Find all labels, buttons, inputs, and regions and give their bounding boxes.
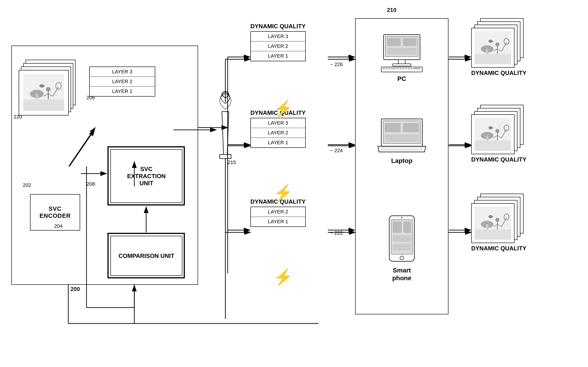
dq226-layer2: LAYER 2 [251, 42, 305, 51]
label-200: 200 [71, 286, 80, 292]
dq-block-226: DYNAMIC QUALITY LAYER 3 LAYER 2 LAYER 1 [250, 23, 306, 61]
svg-rect-66 [393, 221, 402, 233]
svg-rect-54 [403, 38, 417, 46]
svg-rect-67 [403, 221, 411, 233]
svg-rect-71 [475, 54, 511, 64]
svg-rect-47 [400, 68, 401, 69]
right-stack-1: DYNAMIC QUALITY [471, 18, 527, 76]
comparison-unit: COMPARISON UNIT [110, 236, 182, 276]
wireless-tower [212, 91, 239, 160]
svg-rect-45 [394, 68, 396, 69]
label-226: ~ 226 [330, 61, 343, 67]
svg-rect-43 [389, 68, 390, 69]
svg-rect-93 [486, 224, 488, 229]
device-box-210: PC Laptop [355, 18, 448, 314]
main-encoder-box: LAYER 3 LAYER 2 LAYER 1 SVCEXTRACTIONUNI… [11, 46, 198, 285]
dq-layers-222: LAYER 2 LAYER 1 [250, 207, 306, 227]
svg-rect-39 [393, 64, 411, 66]
layer2-row: LAYER 2 [90, 77, 155, 87]
svg-rect-55 [387, 48, 417, 55]
svg-point-74 [495, 42, 499, 46]
label-222: ~ 222 [330, 230, 343, 236]
svc-extraction-unit: SVCEXTRACTIONUNIT [110, 149, 182, 203]
dq224-layer1: LAYER 1 [251, 138, 305, 147]
svg-text:⚡: ⚡ [273, 268, 290, 287]
svc-encoder-label: SVCENCODER [39, 205, 71, 219]
svg-rect-40 [381, 67, 422, 72]
svg-rect-83 [486, 135, 488, 141]
label-220: 220 [14, 114, 22, 120]
svg-rect-69 [393, 244, 411, 250]
dq224-layer3: LAYER 3 [251, 118, 305, 128]
dq226-layer1: LAYER 1 [251, 51, 305, 61]
label-202: 202 [23, 182, 31, 188]
svg-rect-50 [408, 68, 410, 69]
svg-rect-61 [381, 147, 422, 150]
label-204: 204 [54, 223, 63, 229]
svg-rect-46 [397, 68, 399, 69]
laptop-device: Laptop [377, 117, 427, 165]
svc-extraction-outer: SVCEXTRACTIONUNIT [107, 146, 185, 206]
label-215: 215 [228, 159, 236, 165]
pc-device: PC [379, 32, 425, 83]
svg-rect-21 [23, 100, 64, 111]
svg-rect-49 [405, 68, 407, 69]
dq-layers-224: LAYER 3 LAYER 2 LAYER 1 [250, 118, 306, 148]
dq-label-right-1: DYNAMIC QUALITY [471, 69, 527, 76]
svg-rect-59 [403, 123, 419, 132]
svg-rect-81 [475, 141, 511, 151]
label-208: 208 [87, 181, 95, 187]
svg-rect-91 [475, 229, 511, 240]
dq222-layer1: LAYER 1 [251, 217, 305, 226]
dq-block-222: DYNAMIC QUALITY LAYER 2 LAYER 1 [250, 198, 306, 227]
dq-title-224: DYNAMIC QUALITY [250, 109, 306, 117]
dq222-layer2: LAYER 2 [251, 207, 305, 217]
svg-rect-51 [411, 68, 412, 69]
svg-point-94 [495, 218, 499, 222]
svg-rect-42 [386, 68, 388, 69]
dq226-layer3: LAYER 3 [251, 32, 305, 42]
svg-rect-68 [393, 235, 411, 242]
label-210: 210 [387, 7, 396, 13]
dq-title-226: DYNAMIC QUALITY [250, 23, 306, 30]
pc-label: PC [379, 75, 425, 83]
smartphone-device: Smartphone [387, 215, 417, 282]
svc-extraction-label: SVCEXTRACTIONUNIT [127, 166, 166, 187]
smartphone-label: Smartphone [387, 267, 417, 282]
svg-point-65 [401, 217, 403, 218]
svg-rect-53 [387, 38, 401, 46]
svg-rect-73 [486, 49, 488, 54]
laptop-label: Laptop [377, 157, 427, 165]
comparison-outer: COMPARISON UNIT [107, 233, 185, 278]
svg-rect-23 [36, 94, 38, 100]
label-224: ~ 224 [330, 148, 343, 154]
dq-label-right-3: DYNAMIC QUALITY [471, 245, 527, 252]
dq-layers-226: LAYER 3 LAYER 2 LAYER 1 [250, 31, 306, 61]
inner-layers-box: LAYER 3 LAYER 2 LAYER 1 [89, 67, 155, 97]
right-stack-3: DYNAMIC QUALITY [471, 194, 527, 252]
svg-rect-35 [220, 154, 231, 158]
comparison-unit-label: COMPARISON UNIT [118, 252, 174, 259]
dq-title-222: DYNAMIC QUALITY [250, 198, 306, 205]
svg-rect-44 [391, 68, 393, 69]
dq224-layer2: LAYER 2 [251, 128, 305, 138]
layer1-row: LAYER 1 [90, 87, 155, 96]
svg-point-84 [495, 129, 499, 133]
svg-rect-52 [413, 68, 420, 69]
svg-point-24 [46, 87, 50, 92]
layer3-row: LAYER 3 [90, 67, 155, 77]
right-stack-2: DYNAMIC QUALITY [471, 105, 527, 163]
svg-rect-60 [385, 134, 419, 142]
svg-rect-41 [383, 68, 385, 69]
dq-label-right-2: DYNAMIC QUALITY [471, 156, 527, 163]
label-206: 206 [87, 95, 95, 101]
svg-rect-58 [385, 123, 401, 132]
dq-block-224: DYNAMIC QUALITY LAYER 3 LAYER 2 LAYER 1 [250, 109, 306, 148]
svg-rect-48 [402, 68, 404, 69]
svg-marker-34 [222, 112, 229, 155]
